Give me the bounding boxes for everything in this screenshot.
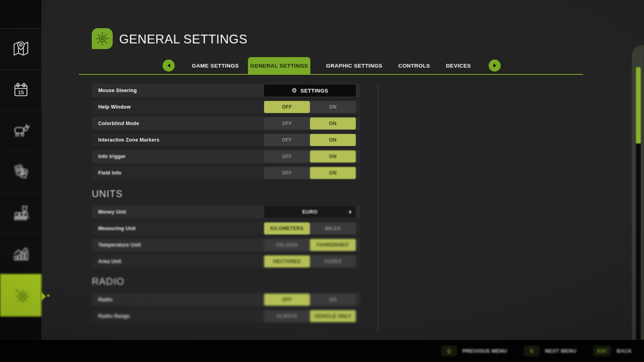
toggle-option-acres[interactable]: ACRES: [310, 255, 356, 267]
sidebar-item-statistics[interactable]: [0, 233, 41, 274]
info-trigger-toggle: OFF ON: [264, 150, 356, 162]
help-window-toggle: OFF ON: [264, 101, 356, 113]
previous-menu-label: PREVIOUS MENU: [462, 348, 507, 354]
sidebar-item-calendar[interactable]: 15: [0, 69, 41, 110]
sidebar: 15: [0, 0, 41, 340]
toggle-option-off[interactable]: OFF: [264, 117, 310, 130]
page-scrollbar-thumb[interactable]: [636, 67, 641, 144]
key-e-badge: E: [524, 346, 539, 356]
sidebar-active-dot: [47, 294, 50, 297]
chevron-right-icon: [349, 210, 352, 214]
toggle-option-vehicle-only[interactable]: VEHICLE ONLY: [310, 310, 356, 322]
field-info-toggle: OFF ON: [264, 167, 356, 179]
tab-graphic-settings[interactable]: GRAPHIC SETTINGS: [324, 57, 384, 75]
setting-label: Interactive Zone Markers: [92, 137, 159, 143]
chevron-left-icon: [167, 64, 170, 68]
tab-underline: [79, 74, 583, 75]
key-q-badge: Q: [442, 346, 457, 356]
setting-row-colorblind-mode: Colorblind Mode OFF ON: [92, 117, 360, 130]
calendar-day-label: 15: [18, 89, 23, 95]
interactive-zone-markers-toggle: OFF ON: [264, 134, 356, 146]
toggle-option-hectares[interactable]: HECTARES: [264, 255, 310, 267]
toggle-option-off[interactable]: OFF: [264, 167, 310, 179]
toggle-option-off[interactable]: OFF: [264, 150, 310, 162]
sidebar-active-pointer: [41, 292, 46, 301]
setting-row-radio: Radio OFF ON: [92, 293, 360, 306]
setting-label: Area Unit: [92, 259, 121, 264]
statistics-icon: [11, 244, 31, 263]
sidebar-item-animals[interactable]: [0, 110, 41, 151]
toggle-option-on[interactable]: ON: [310, 294, 356, 306]
measuring-unit-toggle: KILOMETERS MILES: [264, 222, 356, 234]
chevron-right-icon: [493, 64, 496, 68]
tab-general-settings[interactable]: GENERAL SETTINGS: [248, 57, 310, 75]
gear-icon: [94, 31, 110, 47]
settings-list: Mouse Steering ⚙ SETTINGS Help Window OF…: [92, 84, 360, 326]
setting-label: Temperature Unit: [92, 242, 141, 248]
list-scrollbar[interactable]: [378, 84, 378, 333]
tabs-next-button[interactable]: [489, 60, 501, 72]
tab-controls[interactable]: CONTROLS: [396, 57, 433, 75]
setting-row-field-info: Field Info OFF ON: [92, 166, 360, 180]
money-unit-dropdown[interactable]: EURO: [264, 206, 356, 218]
cow-icon: [11, 121, 31, 140]
toggle-option-on[interactable]: ON: [310, 117, 356, 130]
setting-row-area-unit: Area Unit HECTARES ACRES: [92, 255, 360, 268]
mouse-steering-settings-button[interactable]: ⚙ SETTINGS: [264, 84, 356, 97]
setting-row-help-window: Help Window OFF ON: [92, 100, 360, 114]
setting-row-temperature-unit: Temperature Unit CELSIUS FAHRENHEIT: [92, 238, 360, 252]
section-title-units: UNITS: [92, 188, 360, 200]
toggle-option-on[interactable]: ON: [310, 101, 356, 113]
toggle-option-on[interactable]: ON: [310, 134, 356, 146]
toggle-option-on[interactable]: ON: [310, 167, 356, 179]
setting-label: Colorblind Mode: [92, 121, 139, 126]
page-icon-badge: [92, 28, 113, 49]
toggle-option-fahrenheit[interactable]: FAHRENHEIT: [310, 239, 356, 251]
toggle-option-always[interactable]: ALWAYS: [264, 310, 310, 322]
setting-row-interactive-zone-markers: Interactive Zone Markers OFF ON: [92, 133, 360, 147]
colorblind-mode-toggle: OFF ON: [264, 117, 356, 130]
setting-label: Info trigger: [92, 154, 126, 159]
footer-bar: Q PREVIOUS MENU E NEXT MENU ESC BACK: [0, 340, 644, 362]
toggle-option-off[interactable]: OFF: [264, 101, 310, 113]
setting-label: Field Info: [92, 170, 122, 176]
setting-row-money-unit: Money Unit EURO: [92, 205, 360, 219]
setting-label: Radio: [92, 297, 113, 302]
page-scrollbar-gutter: [632, 45, 644, 340]
setting-label: Radio Range: [92, 313, 130, 319]
sidebar-item-settings[interactable]: [0, 274, 41, 317]
setting-label: Mouse Steering: [92, 88, 137, 93]
calendar-icon: 15: [11, 80, 31, 99]
settings-button-label: SETTINGS: [300, 88, 328, 94]
tabs-prev-button[interactable]: [163, 60, 175, 72]
production-icon: [11, 203, 31, 222]
toggle-option-kilometers[interactable]: KILOMETERS: [264, 222, 310, 234]
temperature-unit-toggle: CELSIUS FAHRENHEIT: [264, 239, 356, 251]
dropdown-value: EURO: [302, 209, 318, 215]
sidebar-item-map[interactable]: [0, 28, 41, 69]
setting-label: Help Window: [92, 104, 131, 110]
tab-game-settings[interactable]: GAME SETTINGS: [189, 57, 242, 75]
toggle-option-on[interactable]: ON: [310, 150, 356, 162]
setting-row-measuring-unit: Measuring Unit KILOMETERS MILES: [92, 222, 360, 235]
tab-devices[interactable]: DEVICES: [443, 57, 474, 75]
sidebar-item-production[interactable]: [0, 192, 41, 233]
gear-icon: ⚙: [292, 87, 297, 94]
setting-row-info-trigger: Info trigger OFF ON: [92, 150, 360, 163]
toggle-option-celsius[interactable]: CELSIUS: [264, 239, 310, 251]
settings-wrench-icon: [11, 286, 31, 305]
page-title: GENERAL SETTINGS: [119, 32, 248, 47]
toggle-option-off[interactable]: OFF: [264, 294, 310, 306]
setting-label: Money Unit: [92, 209, 126, 215]
toggle-option-off[interactable]: OFF: [264, 134, 310, 146]
toggle-option-miles[interactable]: MILES: [310, 222, 356, 234]
key-esc-badge: ESC: [593, 346, 611, 356]
page-scrollbar-track[interactable]: [636, 67, 641, 340]
area-unit-toggle: HECTARES ACRES: [264, 255, 356, 267]
key-hints: Q PREVIOUS MENU E NEXT MENU ESC BACK: [442, 340, 632, 362]
section-title-radio: RADIO: [92, 276, 360, 287]
back-label: BACK: [617, 348, 632, 354]
setting-row-radio-range: Radio Range ALWAYS VEHICLE ONLY: [92, 309, 360, 323]
sidebar-item-contracts[interactable]: [0, 151, 41, 192]
setting-label: Measuring Unit: [92, 226, 136, 231]
